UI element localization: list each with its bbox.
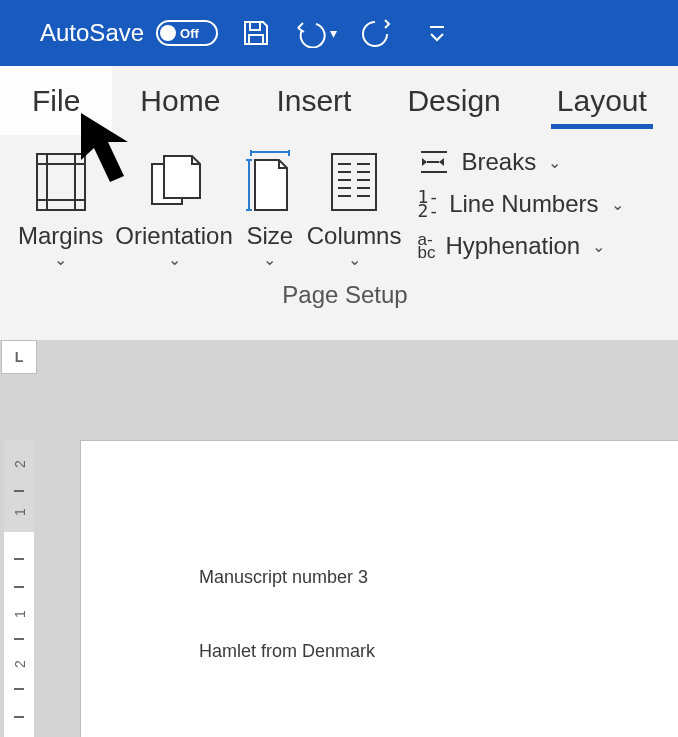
- autosave-label: AutoSave: [40, 19, 144, 47]
- tab-file[interactable]: File: [0, 66, 112, 135]
- columns-button[interactable]: Columns ⌄: [301, 142, 408, 269]
- line-numbers-icon: 1-2-: [417, 190, 439, 218]
- document-line[interactable]: Hamlet from Denmark: [199, 641, 375, 662]
- size-icon: [245, 146, 295, 218]
- svg-rect-0: [250, 22, 260, 30]
- autosave-toggle[interactable]: AutoSave Off: [40, 19, 218, 47]
- line-numbers-button[interactable]: 1-2- Line Numbers ⌄: [417, 190, 623, 218]
- tab-insert[interactable]: Insert: [248, 66, 379, 135]
- document-page[interactable]: Manuscript number 3 Hamlet from Denmark: [80, 440, 678, 737]
- chevron-down-icon: ⌄: [348, 250, 361, 269]
- svg-rect-14: [332, 154, 376, 210]
- title-bar: AutoSave Off ▾: [0, 0, 678, 66]
- autosave-switch[interactable]: Off: [156, 20, 218, 46]
- ribbon-layout: Margins ⌄ Orientation ⌄: [0, 136, 678, 340]
- ribbon-group-label: Page Setup: [12, 269, 678, 319]
- toggle-knob-icon: [160, 25, 176, 41]
- page-setup-small-group: Breaks ⌄ 1-2- Line Numbers ⌄ a-bc Hyphen…: [407, 142, 627, 269]
- svg-rect-3: [37, 154, 85, 210]
- redo-button[interactable]: [359, 18, 391, 48]
- chevron-down-icon: ⌄: [592, 237, 605, 256]
- chevron-down-icon: ⌄: [168, 250, 181, 269]
- breaks-button[interactable]: Breaks ⌄: [417, 148, 623, 176]
- chevron-down-icon: ⌄: [263, 250, 276, 269]
- tab-design[interactable]: Design: [379, 66, 528, 135]
- autosave-state: Off: [180, 26, 199, 41]
- size-button[interactable]: Size ⌄: [239, 142, 301, 269]
- tab-layout[interactable]: Layout: [529, 66, 675, 135]
- margins-icon: [33, 146, 89, 218]
- chevron-down-icon: ⌄: [548, 153, 561, 172]
- document-area: Manuscript number 3 Hamlet from Denmark: [40, 376, 678, 737]
- orientation-button[interactable]: Orientation ⌄: [109, 142, 238, 269]
- undo-button[interactable]: ▾: [294, 18, 337, 48]
- chevron-down-icon: ⌄: [54, 250, 67, 269]
- document-line[interactable]: Manuscript number 3: [199, 567, 368, 588]
- undo-dropdown-icon[interactable]: ▾: [330, 25, 337, 41]
- save-button[interactable]: [240, 17, 272, 49]
- svg-rect-1: [249, 35, 263, 44]
- breaks-icon: [417, 148, 451, 176]
- orientation-icon: [144, 146, 204, 218]
- customize-qat-button[interactable]: [427, 22, 447, 44]
- tab-home[interactable]: Home: [112, 66, 248, 135]
- hyphenation-button[interactable]: a-bc Hyphenation ⌄: [417, 232, 623, 260]
- ruler-corner[interactable]: L: [1, 340, 37, 374]
- columns-icon: [328, 146, 380, 218]
- vertical-ruler[interactable]: 2 1 1 2: [4, 440, 34, 737]
- margins-button[interactable]: Margins ⌄: [12, 142, 109, 269]
- ribbon-row: Margins ⌄ Orientation ⌄: [12, 142, 678, 269]
- ruler-margin-shade: [4, 440, 34, 532]
- ribbon-tabs: File Home Insert Design Layout: [0, 66, 678, 136]
- hyphenation-icon: a-bc: [417, 233, 435, 259]
- chevron-down-icon: ⌄: [611, 195, 624, 214]
